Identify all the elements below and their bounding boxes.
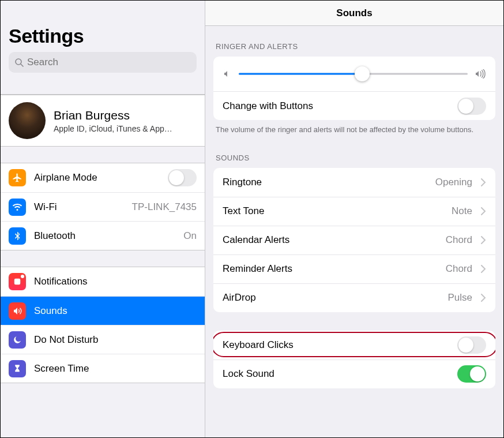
avatar bbox=[9, 102, 46, 139]
sound-row-value: Chord bbox=[446, 263, 472, 275]
sidebar-item-label: Sounds bbox=[34, 305, 197, 317]
sidebar-item-sounds[interactable]: Sounds bbox=[1, 296, 205, 325]
sidebar-item-screentime[interactable]: Screen Time bbox=[1, 354, 205, 383]
toggle-row-keyboard: Keyboard Clicks bbox=[213, 331, 495, 360]
sidebar-item-value: TP-LINK_7435 bbox=[132, 201, 197, 213]
chevron-right-icon bbox=[480, 236, 486, 244]
moon-icon bbox=[9, 331, 26, 349]
sound-row-calendar[interactable]: Calendar AlertsChord bbox=[213, 226, 495, 254]
wifi-icon bbox=[9, 199, 26, 216]
ringer-volume-slider[interactable] bbox=[239, 66, 468, 82]
volume-low-icon bbox=[223, 69, 232, 78]
section-sounds-label: SOUNDS bbox=[205, 137, 503, 166]
settings-title: Settings bbox=[9, 25, 197, 47]
sound-row-ringtone[interactable]: RingtoneOpening bbox=[213, 168, 495, 197]
notifications-icon bbox=[9, 273, 26, 290]
settings-sidebar: Settings Brian Burgess Apple ID, iCloud,… bbox=[1, 1, 205, 437]
chevron-right-icon bbox=[480, 178, 486, 186]
detail-panel: Sounds RINGER AND ALERTS bbox=[205, 1, 503, 437]
sound-list-card: RingtoneOpeningText ToneNoteCalendar Ale… bbox=[213, 168, 495, 312]
sidebar-item-notifications[interactable]: Notifications bbox=[1, 267, 205, 296]
speaker-icon bbox=[9, 302, 26, 320]
search-input[interactable] bbox=[27, 57, 191, 68]
chevron-right-icon bbox=[480, 265, 486, 273]
detail-title: Sounds bbox=[336, 8, 372, 19]
sound-row-airdrop[interactable]: AirDropPulse bbox=[213, 283, 495, 312]
profile-subtitle: Apple ID, iCloud, iTunes & App… bbox=[54, 124, 172, 133]
sound-row-value: Note bbox=[452, 205, 472, 217]
sidebar-item-label: Do Not Disturb bbox=[34, 334, 197, 346]
sound-row-label: Calendar Alerts bbox=[223, 234, 440, 246]
toggle-row-lock: Lock Sound bbox=[213, 360, 495, 388]
sidebar-item-label: Airplane Mode bbox=[34, 172, 160, 184]
sidebar-group-connectivity: Airplane ModeWi-FiTP-LINK_7435BluetoothO… bbox=[1, 163, 205, 250]
change-with-buttons-label: Change with Buttons bbox=[223, 100, 452, 112]
sound-row-texttone[interactable]: Text ToneNote bbox=[213, 197, 495, 226]
detail-header: Sounds bbox=[205, 1, 503, 26]
change-with-buttons-row: Change with Buttons bbox=[213, 91, 495, 120]
ringer-card: Change with Buttons bbox=[213, 57, 495, 120]
sound-row-value: Chord bbox=[446, 234, 472, 246]
chevron-right-icon bbox=[480, 294, 486, 302]
sidebar-item-label: Notifications bbox=[34, 276, 197, 287]
svg-rect-2 bbox=[14, 279, 21, 285]
change-with-buttons-toggle[interactable] bbox=[457, 98, 486, 115]
toggle-row-label: Lock Sound bbox=[223, 368, 452, 380]
airplane-icon bbox=[9, 169, 26, 186]
bluetooth-icon bbox=[9, 227, 26, 245]
sound-row-reminder[interactable]: Reminder AlertsChord bbox=[213, 254, 495, 283]
sidebar-item-label: Wi-Fi bbox=[34, 201, 124, 213]
sidebar-item-wifi[interactable]: Wi-FiTP-LINK_7435 bbox=[1, 192, 205, 221]
lock-toggle[interactable] bbox=[457, 365, 486, 383]
profile-row[interactable]: Brian Burgess Apple ID, iCloud, iTunes &… bbox=[1, 95, 205, 147]
chevron-right-icon bbox=[480, 207, 486, 215]
sidebar-item-bluetooth[interactable]: BluetoothOn bbox=[1, 221, 205, 250]
sound-row-label: AirDrop bbox=[223, 292, 442, 304]
sound-row-label: Text Tone bbox=[223, 205, 446, 217]
airplane-toggle[interactable] bbox=[168, 169, 197, 186]
volume-high-icon bbox=[475, 69, 486, 78]
ringer-note: The volume of the ringer and alerts will… bbox=[205, 120, 503, 137]
svg-line-1 bbox=[21, 64, 23, 66]
sidebar-group-alerts: NotificationsSoundsDo Not DisturbScreen … bbox=[1, 267, 205, 383]
sound-row-label: Reminder Alerts bbox=[223, 263, 440, 275]
sound-row-label: Ringtone bbox=[223, 177, 430, 188]
search-icon bbox=[14, 58, 24, 67]
ringer-volume-row bbox=[213, 57, 495, 91]
sound-row-value: Pulse bbox=[447, 292, 472, 304]
sound-toggles-card: Keyboard ClicksLock Sound bbox=[213, 331, 495, 388]
toggle-row-label: Keyboard Clicks bbox=[223, 339, 452, 351]
sidebar-item-value: On bbox=[183, 230, 197, 242]
sound-row-value: Opening bbox=[435, 177, 472, 188]
sidebar-item-dnd[interactable]: Do Not Disturb bbox=[1, 325, 205, 354]
keyboard-toggle[interactable] bbox=[457, 336, 486, 354]
search-field[interactable] bbox=[9, 52, 197, 73]
hourglass-icon bbox=[9, 360, 26, 377]
sidebar-item-airplane[interactable]: Airplane Mode bbox=[1, 163, 205, 192]
sidebar-item-label: Bluetooth bbox=[34, 230, 175, 242]
profile-name: Brian Burgess bbox=[54, 108, 172, 122]
section-ringer-label: RINGER AND ALERTS bbox=[205, 26, 503, 54]
sidebar-item-label: Screen Time bbox=[34, 363, 197, 375]
